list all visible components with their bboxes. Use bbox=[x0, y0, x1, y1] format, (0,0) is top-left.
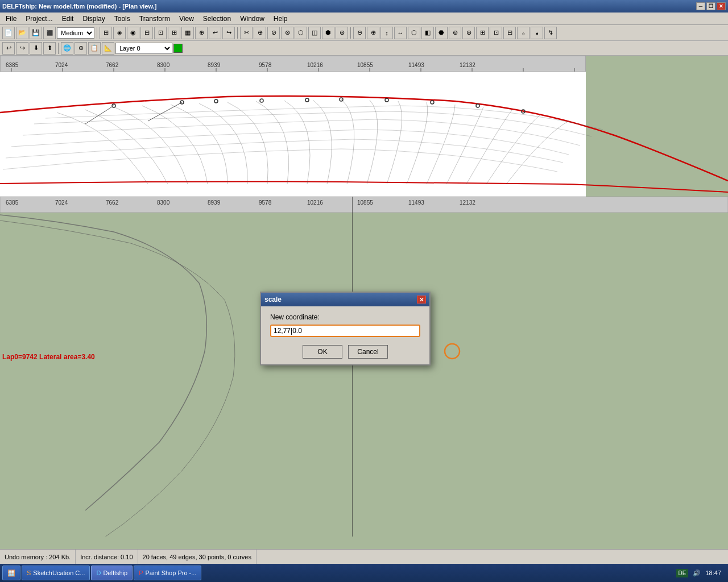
statusbar: Undo memory : 204 Kb. Incr. distance: 0.… bbox=[0, 549, 728, 564]
tb-d8[interactable]: ⊚ bbox=[449, 27, 461, 39]
close-button[interactable]: ✕ bbox=[717, 2, 726, 10]
coordinate-input[interactable] bbox=[270, 325, 420, 337]
tb-c3[interactable]: ⊘ bbox=[267, 27, 280, 39]
paintshop-label: Paint Shop Pro -... bbox=[146, 569, 197, 576]
dialog-input-row bbox=[270, 325, 420, 337]
tb-new[interactable]: 📄 bbox=[2, 27, 15, 39]
dialog-close-button[interactable]: ✕ bbox=[417, 296, 426, 304]
tb-c1[interactable]: ✂ bbox=[240, 27, 253, 39]
tb-b6[interactable]: ⊞ bbox=[168, 27, 180, 39]
delftship-icon: D bbox=[96, 569, 101, 576]
tb-b4[interactable]: ⊟ bbox=[140, 27, 153, 39]
speaker-icon: 🔊 bbox=[693, 569, 701, 577]
menu-help[interactable]: Help bbox=[269, 14, 292, 24]
svg-text:9578: 9578 bbox=[259, 62, 272, 68]
svg-rect-2 bbox=[586, 56, 728, 537]
tb-c6[interactable]: ◫ bbox=[308, 27, 321, 39]
svg-text:11493: 11493 bbox=[408, 62, 424, 68]
tb-d11[interactable]: ⊡ bbox=[490, 27, 502, 39]
svg-text:8939: 8939 bbox=[208, 62, 221, 68]
tb2-b6[interactable]: ⊕ bbox=[75, 42, 87, 55]
taskbar-app-paintshop[interactable]: P Paint Shop Pro -... bbox=[134, 566, 201, 580]
start-icon: 🪟 bbox=[7, 569, 15, 577]
menu-transform[interactable]: Transform bbox=[135, 14, 175, 24]
tb-c5[interactable]: ⬡ bbox=[295, 27, 307, 39]
tb-c4[interactable]: ⊗ bbox=[281, 27, 293, 39]
lang-badge: DE bbox=[676, 569, 689, 577]
svg-rect-4 bbox=[0, 197, 586, 537]
tb-b7[interactable]: ▦ bbox=[181, 27, 194, 39]
cancel-button[interactable]: Cancel bbox=[348, 345, 388, 359]
tb-d15[interactable]: ↯ bbox=[544, 27, 557, 39]
tb-icon4[interactable]: ⬛ bbox=[43, 27, 56, 39]
tb-c8[interactable]: ⊛ bbox=[336, 27, 348, 39]
tb-b10[interactable]: ↪ bbox=[222, 27, 235, 39]
tb2-b3[interactable]: ⬇ bbox=[30, 42, 42, 55]
menu-tools[interactable]: Tools bbox=[110, 14, 135, 24]
menubar: File Project... Edit Display Tools Trans… bbox=[0, 13, 728, 25]
tb-d2[interactable]: ⊕ bbox=[367, 27, 379, 39]
tb-d7[interactable]: ⬣ bbox=[435, 27, 448, 39]
tb2-b4[interactable]: ⬆ bbox=[43, 42, 56, 55]
tb-save[interactable]: 💾 bbox=[30, 27, 42, 39]
tb-d9[interactable]: ⊛ bbox=[462, 27, 475, 39]
tb-d4[interactable]: ↔ bbox=[394, 27, 407, 39]
svg-text:7024: 7024 bbox=[55, 199, 68, 206]
titlebar-controls: ─ ❐ ✕ bbox=[696, 2, 726, 10]
restore-button[interactable]: ❐ bbox=[706, 2, 715, 10]
time-display: 18:47 bbox=[705, 569, 721, 576]
tb-c2[interactable]: ⊕ bbox=[254, 27, 266, 39]
scale-dialog: scale ✕ New coordinate: OK Cancel bbox=[260, 292, 431, 365]
tb-b3[interactable]: ◉ bbox=[127, 27, 139, 39]
tb-d10[interactable]: ⊞ bbox=[476, 27, 489, 39]
taskbar-app-sketchucation[interactable]: S SketchUcation C... bbox=[22, 566, 90, 580]
menu-project[interactable]: Project... bbox=[21, 14, 57, 24]
svg-text:10855: 10855 bbox=[357, 62, 373, 68]
tb-b9[interactable]: ↩ bbox=[209, 27, 221, 39]
tb-d3[interactable]: ↕ bbox=[380, 27, 393, 39]
ok-button[interactable]: OK bbox=[303, 345, 342, 359]
dialog-buttons: OK Cancel bbox=[270, 345, 420, 359]
tb-c7[interactable]: ⬢ bbox=[322, 27, 334, 39]
layer-dropdown[interactable]: Layer 0 bbox=[115, 43, 172, 54]
incr-distance-section: Incr. distance: 0.10 bbox=[76, 550, 138, 564]
menu-edit[interactable]: Edit bbox=[57, 14, 78, 24]
tb-b2[interactable]: ◈ bbox=[113, 27, 126, 39]
tb2-b5[interactable]: 🌐 bbox=[61, 42, 73, 55]
svg-text:9578: 9578 bbox=[259, 199, 272, 206]
sketchucation-icon: S bbox=[27, 569, 31, 576]
svg-text:8300: 8300 bbox=[157, 62, 170, 68]
undo-memory-text: Undo memory : 204 Kb. bbox=[5, 554, 71, 560]
tb-d1[interactable]: ⊖ bbox=[353, 27, 366, 39]
taskbar-app-delftship[interactable]: D Delftship bbox=[91, 566, 133, 580]
taskbar-right: DE 🔊 18:47 bbox=[676, 569, 726, 577]
menu-selection[interactable]: Selection bbox=[198, 14, 235, 24]
tb-open[interactable]: 📂 bbox=[16, 27, 28, 39]
tb-d14[interactable]: ⬧ bbox=[531, 27, 543, 39]
menu-window[interactable]: Window bbox=[235, 14, 269, 24]
tb-d12[interactable]: ⊟ bbox=[503, 27, 516, 39]
tb-b5[interactable]: ⊡ bbox=[154, 27, 167, 39]
sep4 bbox=[58, 43, 59, 54]
sketchucation-label: SketchUcation C... bbox=[33, 569, 85, 576]
start-button[interactable]: 🪟 bbox=[2, 566, 20, 580]
menu-view[interactable]: View bbox=[175, 14, 198, 24]
tb-d5[interactable]: ⬡ bbox=[408, 27, 420, 39]
menu-file[interactable]: File bbox=[1, 14, 21, 24]
tb-d13[interactable]: ⬦ bbox=[517, 27, 530, 39]
minimize-button[interactable]: ─ bbox=[696, 2, 705, 10]
tb2-b2[interactable]: ↪ bbox=[16, 42, 28, 55]
tb-d6[interactable]: ◧ bbox=[421, 27, 434, 39]
tb-b1[interactable]: ⊞ bbox=[100, 27, 112, 39]
main-area: 6385 7024 7662 8300 8939 9578 10216 1085… bbox=[0, 56, 728, 549]
tb-b8[interactable]: ⊕ bbox=[195, 27, 208, 39]
quality-dropdown[interactable]: MediumLowHigh bbox=[57, 27, 94, 39]
tb2-b7[interactable]: 📋 bbox=[88, 42, 101, 55]
tb2-b1[interactable]: ↩ bbox=[2, 42, 15, 55]
tb2-b8[interactable]: 📐 bbox=[102, 42, 114, 55]
dialog-label: New coordinate: bbox=[270, 313, 420, 321]
svg-text:7024: 7024 bbox=[55, 62, 68, 68]
sep2 bbox=[237, 27, 238, 39]
menu-display[interactable]: Display bbox=[78, 14, 109, 24]
paintshop-icon: P bbox=[139, 569, 143, 576]
